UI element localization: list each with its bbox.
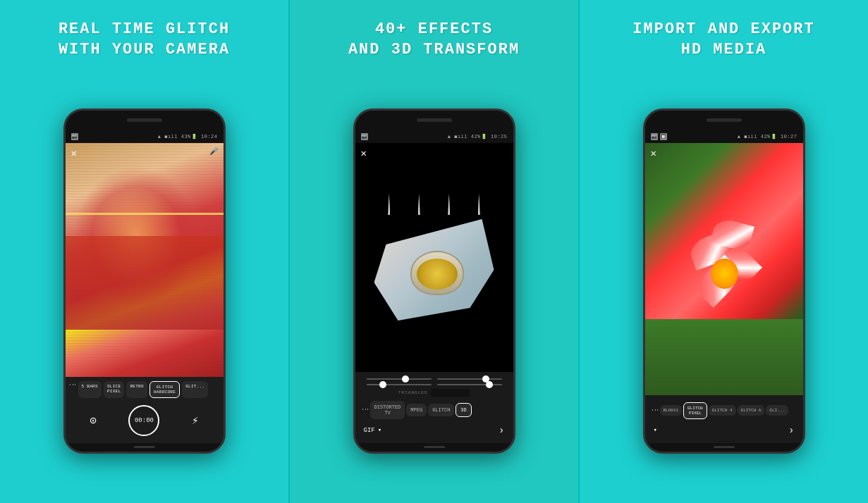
effect-gli[interactable]: GLI...	[766, 405, 788, 416]
camera-bottom-left: ⋮ 5 BARS SLICEPIXEL RETRO GLITCHHARDCORE…	[66, 377, 224, 443]
status-icons-right: 📷 🔲	[651, 133, 667, 140]
phone-right: 📷 🔲 ▲ ◼ıll 42%🔋 10:27 ✕	[643, 108, 805, 454]
effects-strip-center: ⋮ DISTORTEDTV MPEG GLITCH 3D	[358, 398, 511, 422]
export-dropdown[interactable]: ▾	[654, 426, 657, 434]
panel-left: REAL TIME GLITCHWITH YOUR CAMERA 📷 ▲ ◼ıl…	[0, 0, 288, 503]
phone-right-wrapper: 📷 🔲 ▲ ◼ıll 42%🔋 10:27 ✕	[643, 70, 805, 492]
dots-menu-right[interactable]: ⋮	[651, 406, 659, 415]
glitch-bg: ✕ 🎤	[66, 143, 224, 377]
dots-menu-center[interactable]: ⋮	[361, 406, 369, 414]
status-bar-left: 📷 ▲ ◼ıll 43%🔋 10:24	[66, 130, 224, 143]
cup-inner	[417, 259, 458, 290]
flower-photo: ✕	[645, 143, 803, 395]
speaker-right	[707, 118, 742, 122]
photo-icon-right: 📷	[651, 133, 658, 140]
flash-icon[interactable]: ⚡	[192, 414, 199, 428]
effect-glitch-a[interactable]: GLITCH A	[738, 405, 765, 416]
glitch-red-blob	[66, 236, 224, 330]
effect-mpeg[interactable]: MPEG	[406, 404, 427, 416]
slider-3[interactable]	[367, 384, 432, 385]
slider-thumb-1[interactable]	[402, 375, 409, 383]
triangles-label: TRIANGLES	[358, 387, 511, 398]
slider-row-2	[358, 382, 511, 387]
transform-bg: ✕	[355, 143, 513, 372]
effect-rlo011[interactable]: RLO011	[660, 405, 683, 416]
effect-distorted-tv[interactable]: DISTORTEDTV	[370, 401, 405, 419]
panel-center-title: 40+ EFFECTSAND 3D TRANSFORM	[348, 20, 520, 60]
speaker-center	[417, 118, 452, 122]
gif-chevron-icon: ▾	[378, 426, 381, 434]
status-right-left: ▲ ◼ıll 43%🔋 10:24	[158, 134, 218, 139]
phone-left-wrapper: 📷 ▲ ◼ıll 43%🔋 10:24 ✕ 🎤 ⋮ 5 BARS	[63, 70, 226, 492]
phone-center-wrapper: 📷 ▲ ◼ıll 42%🔋 10:25 ✕	[353, 70, 515, 492]
phone-top-bar-right	[645, 111, 803, 130]
status-right-center: ▲ ◼ıll 42%🔋 10:25	[448, 134, 508, 139]
object-3d	[374, 194, 494, 321]
effect-5bars[interactable]: 5 BARS	[78, 381, 102, 398]
flower-petals	[668, 206, 779, 357]
dots-menu-left[interactable]: ⋮	[68, 381, 76, 398]
status-icons-left: 📷	[71, 133, 78, 140]
home-indicator-right	[714, 446, 735, 448]
effect-glitch4[interactable]: GLITCH 4	[709, 405, 736, 416]
phone-bottom-center	[355, 443, 513, 452]
status-icons-center: 📷	[361, 133, 368, 140]
phone-center: 📷 ▲ ◼ıll 42%🔋 10:25 ✕	[353, 108, 515, 454]
phone-top-bar-left	[66, 111, 224, 130]
spike-3	[448, 194, 450, 215]
screen-left: ✕ 🎤	[66, 143, 224, 377]
effect-glitch-sim[interactable]: GLIT...	[182, 381, 208, 398]
effect-glitch-pixel-right[interactable]: GLITCHPIXEL	[683, 402, 707, 419]
right-bottom: ⋮ RLO011 GLITCHPIXEL GLITCH 4 GLITCH A G…	[645, 395, 803, 443]
slider-thumb-3[interactable]	[379, 381, 386, 388]
flower-center	[711, 259, 738, 289]
record-button[interactable]: 00:00	[128, 405, 159, 436]
spike-2	[418, 194, 420, 215]
next-arrow-right[interactable]: ›	[788, 425, 794, 436]
panel-right-title: IMPORT AND EXPORTHD MEDIA	[632, 20, 814, 60]
right-export-row: ▾ ›	[648, 422, 800, 439]
phone-bottom-left	[66, 443, 224, 452]
mic-icon-left: 🎤	[209, 147, 218, 156]
photo-icon-center: 📷	[361, 133, 368, 140]
status-bar-center: 📷 ▲ ◼ıll 42%🔋 10:25	[355, 130, 513, 143]
status-bar-right: 📷 🔲 ▲ ◼ıll 42%🔋 10:27	[645, 130, 803, 143]
slider-4[interactable]	[437, 384, 502, 385]
status-right-right: ▲ ◼ıll 42%🔋 10:27	[738, 134, 797, 139]
effect-glitch-center[interactable]: GLITCH	[428, 404, 454, 416]
phone-top-bar-center	[355, 111, 513, 130]
close-btn-center[interactable]: ✕	[361, 147, 367, 159]
effect-glitch-hardcore[interactable]: GLITCHHARDCORE	[149, 381, 180, 398]
screen-right: ✕	[645, 143, 803, 395]
phone-left: 📷 ▲ ◼ıll 43%🔋 10:24 ✕ 🎤 ⋮ 5 BARS	[63, 108, 226, 454]
glitch-lines	[66, 213, 224, 215]
next-arrow-center[interactable]: ›	[499, 425, 504, 436]
effect-slice-pixel[interactable]: SLICEPIXEL	[104, 381, 125, 398]
photo-icon-right2: 🔲	[660, 133, 667, 140]
screen-center: ✕	[355, 143, 513, 372]
export-chevron-icon: ▾	[654, 426, 657, 434]
photo-icon: 📷	[71, 133, 78, 140]
close-btn-left[interactable]: ✕	[71, 147, 77, 159]
slider-thumb-4[interactable]	[486, 381, 493, 388]
home-indicator-left	[134, 446, 155, 448]
panel-right: IMPORT AND EXPORTHD MEDIA 📷 🔲 ▲ ◼ıll 42%…	[580, 0, 868, 503]
close-btn-right[interactable]: ✕	[651, 147, 656, 159]
panel-left-title: REAL TIME GLITCHWITH YOUR CAMERA	[59, 20, 230, 60]
panel-center: 40+ EFFECTSAND 3D TRANSFORM 📷 ▲ ◼ıll 42%…	[288, 0, 580, 503]
home-indicator-center	[424, 446, 445, 448]
effect-3d[interactable]: 3D	[456, 403, 471, 417]
slider-2[interactable]	[437, 378, 502, 380]
spikes	[374, 194, 494, 215]
camera-switch-icon[interactable]: ⊙	[90, 414, 97, 428]
gif-label[interactable]: GIF ▾	[364, 426, 382, 434]
triangles-value	[431, 389, 470, 397]
spike-1	[388, 194, 390, 215]
camera-controls-left: ⊙ 00:00 ⚡	[68, 402, 221, 439]
gif-export-row: GIF ▾ ›	[358, 422, 511, 439]
effects-strip-left: ⋮ 5 BARS SLICEPIXEL RETRO GLITCHHARDCORE…	[68, 381, 221, 398]
effect-retro[interactable]: RETRO	[126, 381, 147, 398]
phone-bottom-right	[645, 443, 803, 452]
slider-1[interactable]	[367, 378, 432, 380]
object-cup	[410, 251, 465, 295]
